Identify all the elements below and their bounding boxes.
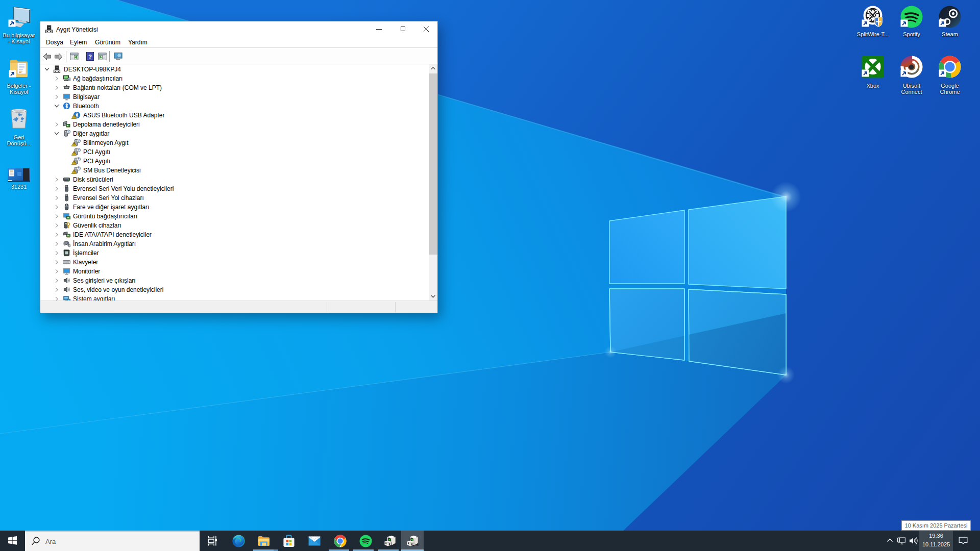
svg-text:?: ? — [88, 54, 92, 60]
